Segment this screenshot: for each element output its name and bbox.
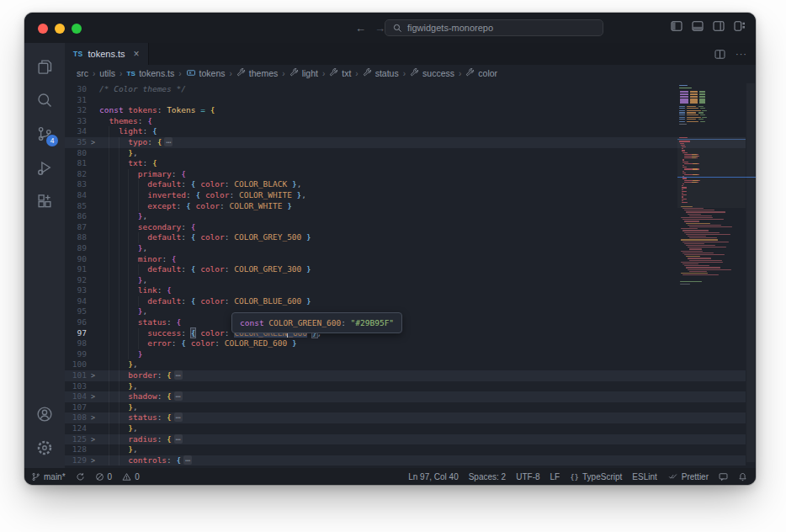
indentation[interactable]: Spaces: 2 xyxy=(469,472,506,481)
warning-count[interactable]: 0 xyxy=(122,472,140,481)
code-line-85[interactable]: 85 except: { color: COLOR_WHITE } xyxy=(65,201,746,212)
prettier-status[interactable]: Prettier xyxy=(667,472,709,481)
code-line-129[interactable]: 129> controls: {⋯ xyxy=(65,455,746,466)
split-editor-icon[interactable] xyxy=(714,50,725,59)
fold-expand-arrow[interactable]: > xyxy=(87,137,99,148)
gutter-space xyxy=(87,402,99,413)
code-line-86[interactable]: 86 }, xyxy=(65,211,746,222)
toggle-panel-icon[interactable] xyxy=(692,21,704,31)
minimap-line xyxy=(679,121,685,122)
code-line-33[interactable]: 33 themes: { xyxy=(65,116,746,127)
code-line-101[interactable]: 101> border: {⋯ xyxy=(65,370,746,381)
line-number: 98 xyxy=(65,338,87,349)
code-line-95[interactable]: 95 }, xyxy=(65,306,746,317)
minimap[interactable] xyxy=(677,82,746,468)
minimize-window-button[interactable] xyxy=(55,24,65,34)
editor-scrollbar[interactable] xyxy=(746,82,756,468)
tab-tokens-ts[interactable]: TS tokens.ts × xyxy=(65,43,149,65)
code-line-35[interactable]: 35> typo: {⋯ xyxy=(65,137,746,148)
fold-expand-arrow[interactable]: > xyxy=(87,455,99,466)
minimap-line xyxy=(682,191,687,192)
encoding[interactable]: UTF-8 xyxy=(516,472,539,481)
code-line-107[interactable]: 107 }, xyxy=(65,402,746,413)
minimap-line xyxy=(690,96,698,98)
close-tab-icon[interactable]: × xyxy=(134,48,140,60)
code-line-84[interactable]: 84 inverted: { color: COLOR_WHITE }, xyxy=(65,190,746,201)
code-line-31[interactable]: 31 xyxy=(65,95,746,106)
breadcrumb-item-src[interactable]: src xyxy=(77,68,88,78)
code-line-81[interactable]: 81 txt: { xyxy=(65,158,746,169)
breadcrumb-item-txt[interactable]: txt xyxy=(329,68,351,79)
code-line-99[interactable]: 99 } xyxy=(65,349,746,360)
activity-item-search[interactable] xyxy=(24,83,65,117)
error-count[interactable]: 0 xyxy=(95,472,113,481)
customize-layout-icon[interactable] xyxy=(734,21,746,31)
breadcrumb-item-success[interactable]: success xyxy=(410,68,454,79)
fold-expand-arrow[interactable]: > xyxy=(87,370,99,381)
line-number: 87 xyxy=(65,222,87,233)
code-line-92[interactable]: 92 }, xyxy=(65,275,746,286)
git-branch-indicator[interactable]: main* xyxy=(31,472,66,481)
activity-bar: 4 xyxy=(24,43,65,468)
code-line-128[interactable]: 128 }, xyxy=(65,444,746,455)
activity-item-extensions[interactable] xyxy=(24,184,65,218)
activity-item-settings[interactable] xyxy=(24,431,65,465)
code-line-83[interactable]: 83 default: { color: COLOR_BLACK }, xyxy=(65,179,746,190)
code-line-89[interactable]: 89 }, xyxy=(65,243,746,254)
more-actions-icon[interactable]: ··· xyxy=(736,49,747,59)
code-line-32[interactable]: 32const tokens: Tokens = { xyxy=(65,105,746,116)
sync-changes-button[interactable] xyxy=(76,472,85,481)
navigate-back-icon[interactable]: ← xyxy=(355,22,366,35)
fold-expand-arrow[interactable]: > xyxy=(87,412,99,423)
fold-expand-arrow[interactable]: > xyxy=(87,434,99,445)
code-line-100[interactable]: 100 }, xyxy=(65,359,746,370)
fold-expand-arrow[interactable]: > xyxy=(87,391,99,402)
code-line-90[interactable]: 90 minor: { xyxy=(65,254,746,265)
breadcrumb-item-tokens-ts[interactable]: TStokens.ts xyxy=(126,68,174,78)
code-line-124[interactable]: 124 }, xyxy=(65,423,746,434)
line-number: 31 xyxy=(65,95,87,106)
eslint-status[interactable]: ESLint xyxy=(632,472,656,481)
command-center-search[interactable]: figwidgets-monorepo xyxy=(385,19,603,36)
eol-sequence[interactable]: LF xyxy=(550,472,560,481)
toggle-secondary-sidebar-icon[interactable] xyxy=(713,21,725,31)
code-line-88[interactable]: 88 default: { color: COLOR_GREY_500 } xyxy=(65,232,746,243)
minimap-line xyxy=(679,114,685,115)
code-line-96[interactable]: 96 status: { xyxy=(65,317,746,328)
activity-item-explorer[interactable] xyxy=(24,50,65,83)
breadcrumb-item-utils[interactable]: utils xyxy=(99,68,115,78)
cursor-position[interactable]: Ln 97, Col 40 xyxy=(408,472,459,481)
code-editor[interactable]: 30/* Color themes */3132const tokens: To… xyxy=(65,82,756,468)
line-number: 32 xyxy=(65,105,87,116)
code-line-97[interactable]: 97 success: { color: COLOR_GREEN_600 }, xyxy=(65,328,746,339)
language-mode[interactable]: {}TypeScript xyxy=(570,472,622,481)
breadcrumb-item-themes[interactable]: themes xyxy=(236,68,278,79)
code-line-91[interactable]: 91 default: { color: COLOR_GREY_300 } xyxy=(65,264,746,275)
code-line-30[interactable]: 30/* Color themes */ xyxy=(65,84,746,95)
code-line-125[interactable]: 125> radius: {⋯ xyxy=(65,434,746,445)
code-line-93[interactable]: 93 link: { xyxy=(65,285,746,296)
zoom-window-button[interactable] xyxy=(72,24,82,34)
breadcrumb-item-light[interactable]: light xyxy=(289,68,318,79)
code-line-108[interactable]: 108> status: {⋯ xyxy=(65,412,746,423)
code-line-103[interactable]: 103 }, xyxy=(65,381,746,392)
close-window-button[interactable] xyxy=(38,24,48,34)
notifications-bell[interactable] xyxy=(738,472,747,481)
code-line-87[interactable]: 87 secondary: { xyxy=(65,222,746,233)
code-line-94[interactable]: 94 default: { color: COLOR_BLUE_600 } xyxy=(65,296,746,307)
code-line-34[interactable]: 34 light: { xyxy=(65,126,746,137)
code-line-104[interactable]: 104> shadow: {⋯ xyxy=(65,391,746,402)
activity-item-run-debug[interactable] xyxy=(24,151,65,184)
breadcrumb-item-tokens[interactable]: tokens xyxy=(186,68,226,79)
activity-item-account[interactable] xyxy=(24,397,65,431)
scrollbar-slider[interactable] xyxy=(746,83,755,462)
code-line-80[interactable]: 80 }, xyxy=(65,148,746,159)
toggle-primary-sidebar-icon[interactable] xyxy=(671,21,682,31)
minimap-line xyxy=(699,98,705,100)
code-line-98[interactable]: 98 error: { color: COLOR_RED_600 } xyxy=(65,338,746,349)
code-line-82[interactable]: 82 primary: { xyxy=(65,169,746,180)
breadcrumb-item-color[interactable]: color xyxy=(465,68,497,79)
breadcrumb-item-status[interactable]: status xyxy=(363,68,399,79)
feedback-button[interactable] xyxy=(719,472,728,481)
activity-item-source-control[interactable]: 4 xyxy=(24,117,65,151)
